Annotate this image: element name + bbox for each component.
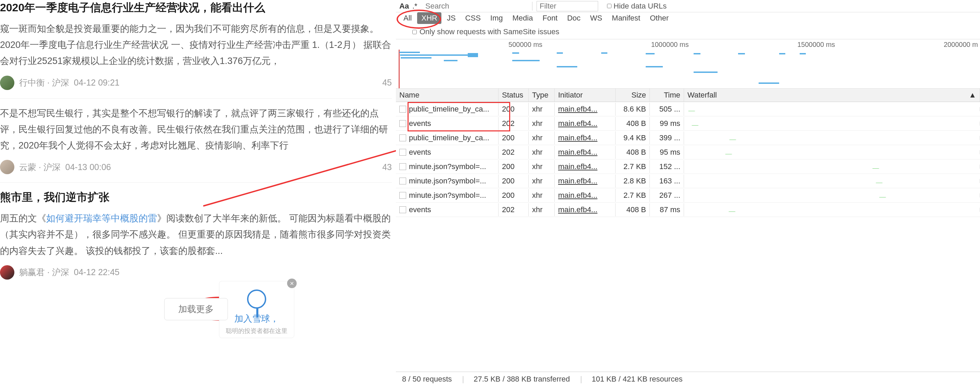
initiator-link[interactable]: main.efb4... [558, 191, 597, 200]
filter-img[interactable]: Img [486, 12, 507, 24]
row-checkbox[interactable] [399, 149, 406, 156]
divider [532, 2, 533, 11]
loadmore-wrap: 加载更多 × 加入雪球， 聪明的投资者都在这里 [0, 295, 392, 334]
timeline-bars [396, 49, 980, 88]
samesite-checkbox-row[interactable]: Only show requests with SameSite issues [396, 26, 980, 39]
promo-subtitle: 聪明的投资者都在这里 [223, 327, 291, 335]
waterfall-bar [725, 154, 732, 154]
promo-card[interactable]: × 加入雪球， 聪明的投资者都在这里 [219, 281, 294, 338]
status-transferred: 27.5 KB / 388 KB transferred [462, 375, 570, 384]
status-requests: 8 / 50 requests [402, 375, 452, 384]
filter-js[interactable]: JS [443, 12, 460, 24]
network-row[interactable]: public_timeline_by_ca...200xhrmain.efb4.… [396, 131, 980, 145]
network-row[interactable]: minute.json?symbol=...200xhrmain.efb4...… [396, 159, 980, 174]
row-checkbox[interactable] [399, 178, 406, 184]
network-row[interactable]: public_timeline_by_ca...200xhrmain.efb4.… [396, 102, 980, 116]
waterfall-bar [872, 168, 880, 169]
col-initiator[interactable]: Initiator [555, 89, 616, 102]
balloon-icon [247, 289, 266, 309]
post-meta: 躺赢君 · 沪深 04-12 22:45 [0, 259, 392, 280]
filter-input[interactable] [536, 1, 598, 11]
initiator-link[interactable]: main.efb4... [558, 148, 597, 156]
post-body: 窥一斑而知全貌是投资最重要的能力之一，因为我们不可能穷尽所有的信息，但是又要摸象… [0, 21, 392, 70]
article-feed: 2020年一季度电子信息行业生产经营状况，能看出什么 窥一斑而知全貌是投资最重要… [0, 0, 392, 386]
filter-font[interactable]: Font [538, 12, 562, 24]
text-size-icon[interactable]: Aa [399, 2, 408, 11]
inline-link[interactable]: 如何避开瑞幸等中概股的雷 [46, 213, 157, 224]
post-body: 周五的文《如何避开瑞幸等中概股的雷》阅读数创了大半年来的新低。 可能因为标题看中… [0, 210, 392, 259]
network-row[interactable]: events202xhrmain.efb4...408 B99 ms [396, 116, 980, 131]
filter-xhr[interactable]: XHR [417, 12, 441, 24]
close-icon[interactable]: × [287, 278, 297, 288]
filter-doc[interactable]: Doc [563, 12, 584, 24]
col-time[interactable]: Time [650, 89, 684, 102]
initiator-link[interactable]: main.efb4... [558, 119, 597, 128]
row-checkbox[interactable] [399, 106, 406, 113]
initiator-link[interactable]: main.efb4... [558, 133, 597, 142]
initiator-link[interactable]: main.efb4... [558, 176, 597, 185]
col-status[interactable]: Status [498, 89, 529, 102]
network-rows: public_timeline_by_ca...200xhrmain.efb4.… [396, 102, 980, 217]
post-body: 不是不想写民生银行，其实是整个不想写银行的解读了，就点评了两三家银行，有些还化的… [0, 105, 392, 154]
post: 不是不想写民生银行，其实是整个不想写银行的解读了，就点评了两三家银行，有些还化的… [0, 105, 392, 183]
hide-data-urls-checkbox[interactable]: Hide data URLs [607, 2, 667, 11]
post-count: 45 [382, 78, 392, 87]
timeline-ruler: . 500000 ms 1000000 ms 1500000 ms 200000… [396, 39, 980, 50]
initiator-link[interactable]: main.efb4... [558, 105, 597, 113]
waterfall-bar [729, 211, 736, 212]
filter-manifest[interactable]: Manifest [608, 12, 644, 24]
initiator-link[interactable]: main.efb4... [558, 162, 597, 171]
row-checkbox[interactable] [399, 163, 406, 170]
network-header-row[interactable]: Name Status Type Initiator Size Time Wat… [396, 89, 980, 102]
network-row[interactable]: events202xhrmain.efb4...408 B95 ms [396, 145, 980, 159]
status-bar: 8 / 50 requests 27.5 KB / 388 KB transfe… [396, 372, 980, 386]
initiator-link[interactable]: main.efb4... [558, 205, 597, 214]
avatar[interactable] [0, 265, 14, 280]
status-resources: 101 KB / 421 KB resources [580, 375, 682, 384]
row-checkbox[interactable] [399, 120, 406, 127]
regex-icon[interactable]: .* [412, 2, 421, 11]
post: 熊市里，我们逆市扩张 周五的文《如何避开瑞幸等中概股的雷》阅读数创了大半年来的新… [0, 190, 392, 288]
post-meta: 云蒙 · 沪深 04-13 00:06 43 [0, 154, 392, 174]
col-waterfall[interactable]: Waterfall▲ [684, 89, 980, 102]
network-row[interactable]: minute.json?symbol=...200xhrmain.efb4...… [396, 188, 980, 203]
post-meta: 行中衡 · 沪深 04-12 09:21 45 [0, 70, 392, 90]
post-meta-text: 躺赢君 · 沪深 04-12 22:45 [19, 267, 119, 278]
post-title[interactable]: 2020年一季度电子信息行业生产经营状况，能看出什么 [0, 0, 392, 21]
filter-all[interactable]: All [399, 12, 416, 24]
request-type-bar: All XHR JS CSS Img Media Font Doc WS Man… [396, 12, 980, 26]
col-name[interactable]: Name [396, 89, 498, 102]
post-meta-text: 云蒙 · 沪深 04-13 00:06 [19, 162, 111, 173]
post-title[interactable]: 熊市里，我们逆市扩张 [0, 190, 392, 210]
devtools-toolbar: Aa .* Hide data URLs [396, 0, 980, 12]
load-more-button[interactable]: 加载更多 [164, 298, 228, 320]
filter-css[interactable]: CSS [461, 12, 485, 24]
search-input[interactable] [425, 2, 528, 11]
waterfall-bar [879, 197, 886, 197]
filter-media[interactable]: Media [509, 12, 537, 24]
post-count: 43 [382, 162, 392, 172]
devtools-network-panel: Aa .* Hide data URLs All XHR JS CSS Img … [396, 0, 980, 386]
avatar[interactable] [0, 76, 14, 90]
avatar[interactable] [0, 160, 14, 174]
timeline-overview[interactable]: . 500000 ms 1000000 ms 1500000 ms 200000… [396, 39, 980, 89]
col-size[interactable]: Size [616, 89, 650, 102]
samesite-checkbox[interactable] [412, 30, 417, 34]
row-checkbox[interactable] [399, 192, 406, 199]
network-row[interactable]: minute.json?symbol=...200xhrmain.efb4...… [396, 174, 980, 188]
col-type[interactable]: Type [529, 89, 555, 102]
filter-ws[interactable]: WS [586, 12, 606, 24]
waterfall-bar [692, 125, 699, 125]
row-checkbox[interactable] [399, 207, 406, 213]
row-checkbox[interactable] [399, 135, 406, 141]
filter-other[interactable]: Other [646, 12, 673, 24]
waterfall-bar [729, 140, 737, 140]
post: 2020年一季度电子信息行业生产经营状况，能看出什么 窥一斑而知全貌是投资最重要… [0, 0, 392, 98]
network-row[interactable]: events202xhrmain.efb4...408 B87 ms [396, 203, 980, 217]
post-meta-text: 行中衡 · 沪深 04-12 09:21 [19, 77, 119, 88]
